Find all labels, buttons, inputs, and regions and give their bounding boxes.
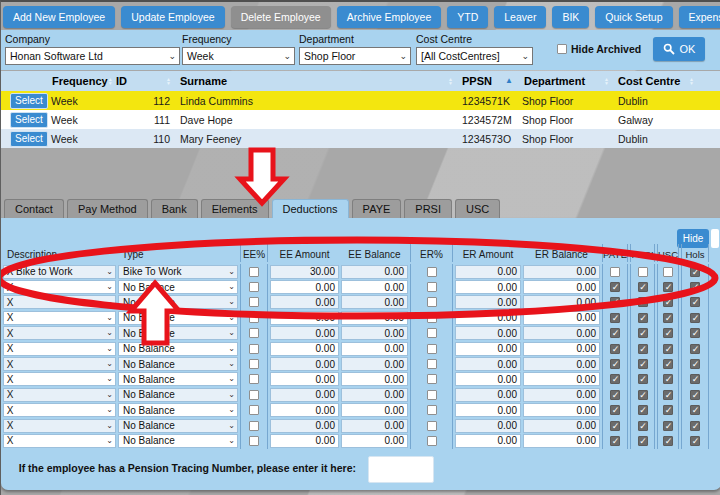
tab[interactable]: USC — [455, 199, 500, 218]
er-amount-field[interactable]: 0.00 — [455, 311, 521, 325]
description-select[interactable]: X ⌄ — [3, 434, 116, 448]
ee-amount-field[interactable]: 0.00 — [270, 311, 339, 325]
ee-balance-field[interactable]: 0.00 — [341, 326, 408, 340]
er-percent-checkbox[interactable] — [427, 436, 437, 446]
er-amount-field[interactable]: 0.00 — [455, 265, 521, 279]
ee-balance-field[interactable]: 0.00 — [341, 295, 408, 309]
toolbar-button[interactable]: YTD — [447, 6, 488, 28]
paye-checkbox[interactable] — [610, 297, 620, 307]
er-balance-field[interactable]: 0.00 — [523, 265, 600, 279]
paye-checkbox[interactable] — [610, 359, 620, 369]
type-select[interactable]: No Balance ⌄ — [118, 388, 238, 402]
er-amount-field[interactable]: 0.00 — [455, 403, 521, 417]
er-amount-field[interactable]: 0.00 — [455, 342, 521, 356]
prsi-checkbox[interactable] — [638, 297, 648, 307]
type-select[interactable]: No Balance ⌄ — [118, 403, 238, 417]
type-select[interactable]: No Balance ⌄ — [118, 326, 238, 340]
er-amount-field[interactable]: 0.00 — [455, 280, 521, 294]
type-select[interactable]: No Balance ⌄ — [118, 357, 238, 371]
prsi-checkbox[interactable] — [638, 267, 648, 277]
paye-checkbox[interactable] — [610, 390, 620, 400]
description-select[interactable]: X ⌄ — [3, 372, 116, 386]
er-percent-checkbox[interactable] — [427, 421, 437, 431]
tab[interactable]: PAYE — [352, 199, 402, 218]
paye-checkbox[interactable] — [610, 436, 620, 446]
ee-amount-field[interactable]: 0.00 — [270, 342, 339, 356]
er-balance-field[interactable]: 0.00 — [523, 280, 600, 294]
type-select[interactable]: No Balance ⌄ — [118, 295, 238, 309]
prsi-checkbox[interactable] — [638, 328, 648, 338]
type-select[interactable]: No Balance ⌄ — [118, 434, 238, 448]
er-amount-field[interactable]: 0.00 — [455, 357, 521, 371]
column-header-id[interactable]: ID ▲▼ — [112, 71, 174, 91]
ee-percent-checkbox[interactable] — [249, 313, 259, 323]
description-select[interactable]: X ⌄ — [3, 388, 116, 402]
type-select[interactable]: No Balance ⌄ — [118, 280, 238, 294]
hols-checkbox[interactable] — [690, 390, 700, 400]
usc-checkbox[interactable] — [663, 421, 673, 431]
department-select[interactable]: Shop Floor ⌄ — [299, 47, 411, 65]
clear-row-button[interactable]: X — [4, 420, 16, 431]
er-percent-checkbox[interactable] — [427, 374, 437, 384]
er-balance-field[interactable]: 0.00 — [523, 311, 600, 325]
prsi-checkbox[interactable] — [638, 405, 648, 415]
search-ok-button[interactable]: OK — [653, 37, 705, 61]
tab[interactable]: PRSI — [404, 199, 452, 218]
paye-checkbox[interactable] — [610, 267, 620, 277]
type-select[interactable]: No Balance ⌄ — [118, 342, 238, 356]
clear-row-button[interactable]: X — [4, 405, 16, 416]
ee-amount-field[interactable]: 0.00 — [270, 357, 339, 371]
clear-row-button[interactable]: X — [4, 389, 16, 400]
ee-balance-field[interactable]: 0.00 — [341, 403, 408, 417]
clear-row-button[interactable]: X — [4, 266, 16, 277]
hols-checkbox[interactable] — [690, 328, 700, 338]
hols-checkbox[interactable] — [690, 436, 700, 446]
ee-percent-checkbox[interactable] — [249, 344, 259, 354]
ee-balance-field[interactable]: 0.00 — [341, 388, 408, 402]
tab[interactable]: Contact — [4, 199, 64, 218]
description-select[interactable]: X ⌄ — [3, 419, 116, 433]
er-balance-field[interactable]: 0.00 — [523, 403, 600, 417]
description-select[interactable]: X ⌄ — [3, 311, 116, 325]
usc-checkbox[interactable] — [663, 267, 673, 277]
er-amount-field[interactable]: 0.00 — [455, 326, 521, 340]
ee-amount-field[interactable]: 0.00 — [270, 372, 339, 386]
hols-checkbox[interactable] — [690, 421, 700, 431]
prsi-checkbox[interactable] — [638, 282, 648, 292]
usc-checkbox[interactable] — [663, 436, 673, 446]
ee-percent-checkbox[interactable] — [249, 421, 259, 431]
clear-row-button[interactable]: X — [4, 328, 16, 339]
pension-tracing-input[interactable] — [368, 456, 434, 483]
ee-percent-checkbox[interactable] — [249, 359, 259, 369]
description-select[interactable]: X ⌄ — [3, 280, 116, 294]
er-balance-field[interactable]: 0.00 — [523, 326, 600, 340]
company-select[interactable]: Honan Software Ltd ⌄ — [5, 47, 180, 65]
type-select[interactable]: No Balance ⌄ — [118, 311, 238, 325]
ee-percent-checkbox[interactable] — [249, 297, 259, 307]
er-percent-checkbox[interactable] — [427, 344, 437, 354]
usc-checkbox[interactable] — [663, 313, 673, 323]
usc-checkbox[interactable] — [663, 297, 673, 307]
ee-amount-field[interactable]: 0.00 — [270, 326, 339, 340]
paye-checkbox[interactable] — [610, 421, 620, 431]
description-select[interactable]: X Bike to Work ⌄ — [3, 265, 116, 279]
paye-checkbox[interactable] — [610, 405, 620, 415]
usc-checkbox[interactable] — [663, 282, 673, 292]
usc-checkbox[interactable] — [663, 344, 673, 354]
column-header-surname[interactable]: Surname ▲▼ — [174, 71, 456, 91]
toolbar-button[interactable]: Archive Employee — [337, 6, 442, 28]
clear-row-button[interactable]: X — [4, 297, 16, 308]
er-balance-field[interactable]: 0.00 — [523, 434, 600, 448]
er-amount-field[interactable]: 0.00 — [455, 434, 521, 448]
toolbar-button[interactable]: Update Employee — [121, 6, 224, 28]
ee-balance-field[interactable]: 0.00 — [341, 311, 408, 325]
clear-row-button[interactable]: X — [4, 435, 16, 446]
er-percent-checkbox[interactable] — [427, 390, 437, 400]
ee-percent-checkbox[interactable] — [249, 282, 259, 292]
ee-balance-field[interactable]: 0.00 — [341, 419, 408, 433]
hide-archived-toggle[interactable]: Hide Archived — [557, 43, 641, 55]
ee-amount-field[interactable]: 0.00 — [270, 280, 339, 294]
er-percent-checkbox[interactable] — [427, 297, 437, 307]
paye-checkbox[interactable] — [610, 374, 620, 384]
ee-amount-field[interactable]: 30.00 — [270, 265, 339, 279]
